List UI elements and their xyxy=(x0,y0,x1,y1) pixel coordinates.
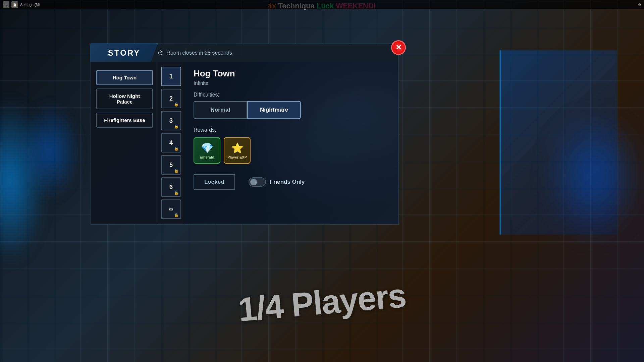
locked-button[interactable]: Locked xyxy=(194,174,235,190)
rewards-row: 💎 Emerald ⭐ Player EXP xyxy=(194,137,390,164)
modal-header: STORY ⏱ Room closes in 28 seconds ✕ xyxy=(91,44,399,62)
level-btn-inf[interactable]: ∞ 🔒 xyxy=(161,199,181,219)
level-num-4: 4 xyxy=(169,139,173,146)
level-btn-1[interactable]: 1 xyxy=(161,67,181,86)
os-icon-2: 📋 xyxy=(11,1,18,8)
friends-only-label: Friends Only xyxy=(270,179,305,185)
level-num-6: 6 xyxy=(169,184,173,191)
difficulty-normal-btn[interactable]: Normal xyxy=(194,101,247,119)
os-right-icon: ⚙ xyxy=(638,3,641,7)
modal-body: Hog Town Hollow Night Palace Firefighter… xyxy=(91,62,399,225)
level-num-1: 1 xyxy=(169,73,173,80)
level-lock-5: 🔒 xyxy=(174,169,179,173)
rewards-label: Rewards: xyxy=(194,127,390,133)
story-tab[interactable]: STORY xyxy=(91,44,158,62)
os-right-area: ⚙ xyxy=(638,3,641,7)
level-lock-4: 🔒 xyxy=(174,146,179,151)
detail-panel: Hog Town Infinite Difficulties: Normal N… xyxy=(185,62,398,224)
reward-player-exp: ⭐ Player EXP xyxy=(224,137,251,164)
location-list: Hog Town Hollow Night Palace Firefighter… xyxy=(91,62,158,224)
neon-left-glow xyxy=(20,101,80,201)
close-button[interactable]: ✕ xyxy=(391,40,406,55)
level-num-5: 5 xyxy=(169,162,173,169)
story-modal: STORY ⏱ Room closes in 28 seconds ✕ Hog … xyxy=(91,44,399,225)
friends-toggle-container: Friends Only xyxy=(249,177,305,187)
bottom-row: Locked Friends Only xyxy=(194,174,390,190)
level-num-2: 2 xyxy=(169,95,173,102)
level-lock-2: 🔒 xyxy=(174,102,179,107)
toggle-knob xyxy=(250,179,257,185)
difficulties-label: Difficulties: xyxy=(194,92,390,98)
level-lock-3: 🔒 xyxy=(174,124,179,129)
timer-bar: ⏱ Room closes in 28 seconds xyxy=(151,44,399,62)
clock-icon: ⏱ xyxy=(158,50,164,57)
timer-text: Room closes in 28 seconds xyxy=(166,50,232,56)
location-btn-hog-town[interactable]: Hog Town xyxy=(96,70,153,85)
player-exp-label: Player EXP xyxy=(227,155,247,159)
story-tab-label: STORY xyxy=(108,48,140,57)
level-btn-6[interactable]: 6 🔒 xyxy=(161,177,181,197)
level-lock-6: 🔒 xyxy=(174,191,179,195)
neon-right-panel xyxy=(500,50,617,235)
detail-content: Hog Town Infinite Difficulties: Normal N… xyxy=(194,68,390,190)
emerald-icon: 💎 xyxy=(201,142,213,154)
level-btn-3[interactable]: 3 🔒 xyxy=(161,111,181,130)
emerald-label: Emerald xyxy=(200,155,214,159)
reward-emerald: 💎 Emerald xyxy=(194,137,220,164)
level-btn-5[interactable]: 5 🔒 xyxy=(161,155,181,175)
level-btn-2[interactable]: 2 🔒 xyxy=(161,89,181,108)
detail-subtitle: Infinite xyxy=(194,80,390,86)
level-lock-inf: 🔒 xyxy=(174,213,179,217)
friends-only-toggle[interactable] xyxy=(249,177,266,187)
detail-title: Hog Town xyxy=(194,68,390,79)
level-num-3: 3 xyxy=(169,117,173,124)
level-list: 1 2 🔒 3 🔒 4 🔒 5 🔒 6 🔒 ∞ xyxy=(158,62,185,224)
difficulty-nightmare-btn[interactable]: Nightmare xyxy=(247,101,301,119)
player-exp-icon: ⭐ xyxy=(231,142,244,154)
os-icon-1: ⊞ xyxy=(3,1,9,8)
level-btn-4[interactable]: 4 🔒 xyxy=(161,133,181,153)
difficulty-buttons: Normal Nightmare xyxy=(194,101,301,119)
level-num-inf: ∞ xyxy=(169,206,173,213)
location-btn-firefighters[interactable]: Firefighters Base xyxy=(96,113,153,128)
os-settings-label: Settings (M) xyxy=(20,3,40,7)
location-btn-hollow-night[interactable]: Hollow Night Palace xyxy=(96,88,153,109)
os-taskbar: ⊞ 📋 Settings (M) ⚙ xyxy=(0,0,644,9)
